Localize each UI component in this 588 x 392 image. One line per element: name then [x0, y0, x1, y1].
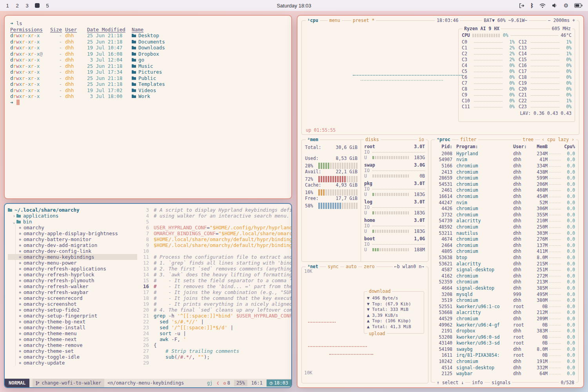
terminal-output[interactable]: ➜ ls Permissions Size User Date Modified… — [5, 16, 291, 198]
refresh-interval[interactable]: − 2000ms + — [546, 17, 577, 24]
workspace-indicator[interactable] — [35, 3, 40, 8]
process-row[interactable]: 52359 chromium dhh 213M 0.0 — [434, 279, 575, 285]
process-row[interactable]: 54531 chromium dhh 206M 0.0 — [434, 181, 575, 188]
process-row[interactable]: 44247 nvim dhh 52M 0.0 — [434, 200, 575, 206]
tree-item[interactable]: ✱ omarchy-update — [8, 360, 137, 366]
volume-icon[interactable] — [552, 3, 557, 8]
tree-item[interactable]: ✱ omarchy-menu-power — [8, 260, 137, 266]
tree-item[interactable]: ✱ omarchy-battery-monitor — [8, 236, 137, 242]
tree-toggle[interactable]: tree — [521, 136, 535, 143]
process-row[interactable]: 54907 nvim dhh 41M 0.0 — [434, 157, 575, 163]
process-row[interactable]: 53638 btop dhh 8.0M 0.0 — [434, 255, 575, 261]
tree-item[interactable]: ✱ omarchy-theme-remove — [8, 342, 137, 348]
process-row[interactable]: 49962 kworker/u96:4-gf root 0B 0.0 — [434, 322, 575, 328]
workspace-indicator[interactable]: 5 — [45, 3, 49, 9]
process-row[interactable]: 54198 swaybg dhh 8.0M 0.0 — [434, 347, 575, 353]
tab-menu[interactable]: menu — [328, 17, 342, 24]
tree-item[interactable]: ✱ omarchy-screenrecord — [8, 295, 137, 301]
tab-cpu[interactable]: ¹cpu — [306, 17, 320, 24]
folder-entry[interactable]: Public — [132, 75, 286, 82]
tree-item[interactable]: ✱ ~/.local/share/omarchy — [8, 207, 137, 213]
process-row[interactable]: 3208 mysqld 999 495M 0.0 — [434, 291, 575, 298]
process-row[interactable]: 4805 chromium dhh 411M 0.0 — [434, 249, 575, 255]
tree-item[interactable]: ✱ omarchy-dev-config-link — [8, 248, 137, 254]
process-row[interactable]: 4514 signal-desktop dhh 332M 0.0 — [434, 365, 575, 371]
terminal-window[interactable]: ➜ ls Permissions Size User Date Modified… — [4, 15, 292, 199]
process-row[interactable]: 53621 alacritty dhh 215M 0.0 — [434, 261, 575, 267]
folder-entry[interactable]: Pictures — [132, 69, 286, 75]
tab-zero[interactable]: zero — [362, 263, 376, 270]
folder-entry[interactable]: Dropbox — [132, 51, 286, 57]
folder-entry[interactable]: Videos — [132, 87, 286, 94]
tree-item[interactable]: ✱ bin — [8, 219, 137, 225]
folder-entry[interactable]: Templates — [132, 81, 286, 87]
tree-item[interactable]: ✱ omarchy-screenshot — [8, 301, 137, 307]
editor-pane[interactable]: 3 # A script to display Hyprland keybind… — [137, 204, 291, 379]
tab-auto[interactable]: auto — [344, 263, 358, 270]
tab-sync[interactable]: sync — [326, 263, 340, 270]
tree-item[interactable]: ✱ omarchy-theme-menu — [8, 330, 137, 336]
tab-preset[interactable]: preset * — [351, 17, 376, 24]
folder-entry[interactable]: go — [132, 57, 286, 63]
tree-item[interactable]: ✱ omarchy-refresh-waybar — [8, 289, 137, 295]
folder-entry[interactable]: Music — [132, 63, 286, 69]
interface-selector[interactable]: ←b wlan0 n→ — [393, 263, 426, 270]
tree-item[interactable]: ✱ omarchy-refresh-applications — [8, 266, 137, 272]
tree-item[interactable]: ✱ omarchy-menu-keybindings — [8, 254, 137, 260]
process-row[interactable]: 53211 nautilus dhh 303M 0.0 — [434, 230, 575, 236]
battery-icon[interactable] — [574, 3, 583, 8]
process-row[interactable]: 43140 kworker/u96:3-sd root 0B 0.0 — [434, 340, 575, 347]
tree-item[interactable]: ✱ applications — [8, 213, 137, 219]
process-row[interactable]: 2125 waybar dhh 64M 0.0 — [434, 371, 575, 377]
process-row[interactable]: 16614 chromium dhh 454M 0.0 — [434, 194, 575, 200]
tab-proc[interactable]: ⁴proc — [435, 136, 452, 143]
process-row[interactable]: 48592 chromium dhh 250M 0.0 — [434, 224, 575, 230]
tree-item[interactable]: ✱ omarchy-theme-next — [8, 336, 137, 342]
folder-entry[interactable]: Documents — [132, 39, 286, 45]
logout-icon[interactable] — [519, 3, 524, 9]
tree-item[interactable]: ✱ omarchy-theme-install — [8, 325, 137, 330]
process-row[interactable]: 4664 signal-desktop dhh 385M 0.0 — [434, 285, 575, 292]
workspace-indicator[interactable]: 2 — [15, 3, 19, 9]
process-row[interactable]: 2461 chromium dhh 408M 0.0 — [434, 187, 575, 194]
process-row[interactable]: 4587 signal-desktop dhh 251M 0.0 — [434, 267, 575, 273]
process-row[interactable]: 5166 chromium dhh 334M 0.0 — [434, 163, 575, 169]
signals-button[interactable]: signals — [490, 379, 512, 386]
process-row[interactable]: 4426 chromium dhh 306M 0.0 — [434, 206, 575, 212]
process-row[interactable]: 3732 chromium dhh 355M 0.0 — [434, 212, 575, 218]
folder-entry[interactable]: Work — [132, 93, 286, 100]
tree-item[interactable]: ✱ omarchy — [8, 225, 137, 230]
tree-item[interactable]: ✱ omarchy-refresh-walker — [8, 283, 137, 289]
process-row[interactable]: 2413 chromium dhh 438M 0.0 — [434, 169, 575, 175]
info-button[interactable]: info — [470, 379, 485, 386]
bluetooth-icon[interactable]: ᛒ — [530, 3, 534, 8]
process-row[interactable]: 4162 chromium dhh 272M 0.0 — [434, 273, 575, 279]
tree-item[interactable]: ✱ omarchy-refresh-hyprlock — [8, 272, 137, 278]
workspace-indicator[interactable]: 3 — [25, 3, 29, 9]
process-row[interactable]: 54739 alacritty dhh 210M 0.0 — [434, 218, 575, 224]
process-row[interactable]: 3519 chromium dhh 380M 0.0 — [434, 298, 575, 304]
process-row[interactable]: 2191 dropbox dhh 383M 0.0 — [434, 328, 575, 334]
folder-entry[interactable]: Desktop — [132, 33, 286, 39]
neovim-window[interactable]: ✱ ~/.local/share/omarchy ✱ applications … — [4, 203, 292, 388]
tree-item[interactable]: ✱ omarchy-refresh-plymouth — [8, 278, 137, 283]
sort-selector[interactable]: ‹ cpu lazy › — [540, 136, 576, 143]
tree-item[interactable]: ✱ omarchy-setup-fingerprint — [8, 313, 137, 319]
process-row[interactable]: 4674 chromium dhh 276M 0.0 — [434, 236, 575, 243]
tree-item[interactable]: ✱ omarchy-toggle-idle — [8, 354, 137, 360]
btop-window[interactable]: ¹cpu menu preset * 18:03:46 BAT▼ 60% ~9.… — [297, 15, 584, 388]
folder-entry[interactable]: Downloads — [132, 45, 286, 51]
gear-icon[interactable]: ⚙ — [563, 3, 568, 8]
wifi-icon[interactable] — [539, 3, 546, 8]
prompt-line-active[interactable]: ➜ — [10, 100, 286, 106]
process-row[interactable]: 44529 chromium dhh 209M 0.0 — [434, 316, 575, 322]
process-row[interactable]: 2464 chromium dhh 137M 0.0 — [434, 243, 575, 249]
process-row[interactable]: 53668 alacritty dhh 212M 0.0 — [434, 310, 575, 316]
process-row[interactable]: 28659 chromium dhh 599M 0.0 — [434, 175, 575, 181]
process-row[interactable]: 1611 irq/81-PIXA3854: root 0B 0.0 — [434, 352, 575, 359]
tree-item[interactable]: ✱ omarchy-dev-add-migration — [8, 242, 137, 248]
process-row[interactable]: 52551 kworker/u96:1-co root 0B 0.0 — [434, 303, 575, 310]
tree-item[interactable]: ✱ omarchy-apple-display-brightness — [8, 230, 137, 236]
filter-button[interactable]: filter — [459, 136, 478, 143]
select-buttons[interactable]: ↑ select ↓ — [435, 379, 465, 386]
